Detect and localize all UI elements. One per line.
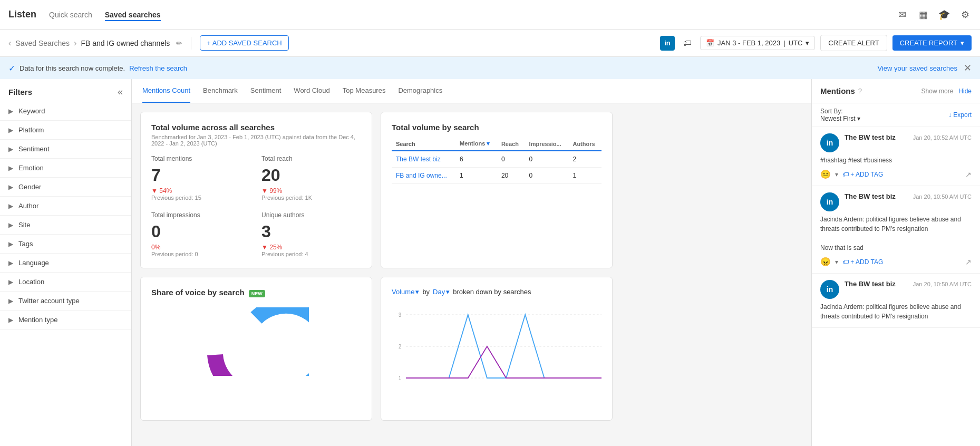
external-link-icon[interactable]: ↗ — [965, 170, 972, 179]
tab-top-measures[interactable]: Top Measures — [343, 79, 386, 103]
show-more-link[interactable]: Show more — [921, 88, 954, 95]
total-reach-prev: Previous period: 1K — [261, 195, 361, 201]
breadcrumb-separator: › — [74, 38, 76, 48]
table-row: FB and IG owne... 1 20 0 1 — [392, 168, 601, 184]
export-button[interactable]: ↓ Export — [948, 111, 972, 119]
mention-meta: The BW test biz Jan 20, 10:52 AM UTC — [845, 133, 972, 141]
volume-dropdown[interactable]: Volume ▾ — [392, 288, 419, 296]
gear-icon[interactable]: ⚙ — [959, 8, 972, 21]
col-authors: Authors — [568, 137, 601, 151]
mention-name: The BW test biz — [845, 192, 896, 200]
calendar-icon: 📅 — [706, 39, 714, 47]
volume-card-title: Total volume by search — [392, 123, 601, 132]
filter-keyword[interactable]: ▶ Keyword — [0, 102, 131, 121]
view-saved-searches-link[interactable]: View your saved searches — [877, 64, 957, 72]
mention-content: #hashtag #test #business — [820, 156, 972, 165]
refresh-link[interactable]: Refresh the search — [129, 64, 187, 72]
chevron-down-icon[interactable]: ▾ — [835, 258, 838, 266]
search-name[interactable]: FB and IG owne... — [392, 168, 455, 184]
filter-gender[interactable]: ▶ Gender — [0, 178, 131, 197]
edit-icon[interactable]: ✏ — [176, 39, 182, 47]
close-notification-button[interactable]: ✕ — [964, 62, 972, 74]
total-reach-change: ▼ 99% — [261, 187, 361, 195]
quick-search-tab[interactable]: Quick search — [49, 8, 92, 21]
mention-content: Jacinda Ardern: political figures believ… — [820, 215, 972, 253]
mentions-value: 6 — [455, 151, 497, 168]
day-dropdown[interactable]: Day ▾ — [433, 288, 450, 296]
breadcrumb-current: FB and IG owned channels — [81, 39, 170, 47]
saved-searches-tab[interactable]: Saved searches — [105, 8, 161, 21]
filter-gender-label: Gender — [18, 183, 41, 191]
mention-meta: The BW test biz Jan 20, 10:50 AM UTC — [845, 192, 972, 200]
stats-card-title: Total volume across all searches — [151, 123, 361, 132]
share-card-title: Share of voice by search — [151, 288, 245, 297]
total-impressions-value: 0 — [151, 222, 161, 241]
create-alert-button[interactable]: CREATE ALERT — [820, 35, 887, 51]
tab-benchmark[interactable]: Benchmark — [203, 79, 238, 103]
filter-tags[interactable]: ▶ Tags — [0, 235, 131, 254]
external-link-icon[interactable]: ↗ — [965, 258, 972, 266]
date-range-text: JAN 3 - FEB 1, 2023 — [717, 39, 780, 47]
impressions-value: 0 — [525, 168, 569, 184]
tab-sentiment[interactable]: Sentiment — [250, 79, 282, 103]
avatar: in — [820, 192, 839, 211]
sidebar-collapse-button[interactable]: « — [118, 86, 123, 98]
volume-table: Search Mentions ▾ Reach Impressio... Aut… — [392, 137, 601, 184]
create-report-button[interactable]: CREATE REPORT ▾ — [892, 35, 972, 51]
hide-button[interactable]: Hide — [958, 88, 972, 95]
filter-language-label: Language — [18, 259, 49, 267]
add-saved-search-button[interactable]: + ADD SAVED SEARCH — [200, 35, 288, 51]
tag-icon[interactable]: 🏷 — [680, 36, 695, 51]
date-range-picker[interactable]: 📅 JAN 3 - FEB 1, 2023 | UTC ▾ — [700, 36, 815, 50]
add-tag-button[interactable]: 🏷 + ADD TAG — [842, 171, 883, 178]
breadcrumb-parent[interactable]: Saved Searches — [15, 39, 70, 47]
linkedin-icon[interactable]: in — [660, 36, 675, 51]
chevron-down-icon[interactable]: ▾ — [835, 171, 838, 178]
check-icon: ✓ — [8, 63, 15, 73]
add-tag-button[interactable]: 🏷 + ADD TAG — [842, 258, 883, 266]
new-badge: NEW — [249, 290, 265, 297]
sort-select[interactable]: Newest First ▾ — [820, 115, 860, 122]
mentions-header: Mentions ? Show more Hide — [812, 79, 980, 103]
timezone-text: | — [783, 39, 785, 47]
mention-time: Jan 20, 10:50 AM UTC — [913, 281, 972, 287]
total-mentions-prev: Previous period: 15 — [151, 195, 251, 201]
mentions-list: in The BW test biz Jan 20, 10:52 AM UTC … — [812, 127, 980, 446]
mention-time: Jan 20, 10:52 AM UTC — [913, 134, 972, 141]
back-arrow[interactable]: ‹ — [8, 38, 11, 48]
total-mentions-change: ▼ 54% — [151, 187, 251, 195]
mail-icon[interactable]: ✉ — [896, 8, 908, 21]
search-name[interactable]: The BW test biz — [392, 151, 455, 168]
by-text: by — [422, 288, 430, 296]
filter-platform-label: Platform — [18, 126, 44, 134]
filter-location[interactable]: ▶ Location — [0, 273, 131, 292]
filter-twitter-account[interactable]: ▶ Twitter account type — [0, 292, 131, 311]
filter-site-label: Site — [18, 221, 30, 229]
graduation-icon[interactable]: 🎓 — [938, 8, 950, 21]
mentions-panel: Mentions ? Show more Hide Sort By: Newes… — [811, 79, 980, 446]
emoji-icon[interactable]: 😠 — [820, 257, 831, 267]
filter-language[interactable]: ▶ Language — [0, 254, 131, 273]
emoji-icon[interactable]: 😐 — [820, 169, 831, 179]
share-of-voice-card: Share of voice by search NEW — [140, 277, 372, 421]
filter-twitter-account-label: Twitter account type — [18, 297, 80, 305]
filter-expand-icon: ▶ — [8, 183, 13, 191]
tab-word-cloud[interactable]: Word Cloud — [294, 79, 329, 103]
list-item: in The BW test biz Jan 20, 10:52 AM UTC … — [812, 127, 980, 186]
filter-expand-icon: ▶ — [8, 240, 13, 248]
filter-platform[interactable]: ▶ Platform — [0, 121, 131, 140]
filter-mention-type[interactable]: ▶ Mention type — [0, 311, 131, 329]
nav-icons: ✉ ▦ 🎓 ⚙ — [896, 8, 972, 21]
filter-author[interactable]: ▶ Author — [0, 197, 131, 216]
tab-demographics[interactable]: Demographics — [398, 79, 442, 103]
filter-emotion-label: Emotion — [18, 164, 44, 172]
filter-expand-icon: ▶ — [8, 259, 13, 267]
total-reach-block: Total reach 20 ▼ 99% Previous period: 1K — [261, 155, 361, 201]
mentions-help-icon[interactable]: ? — [858, 87, 862, 95]
tab-mentions-count[interactable]: Mentions Count — [142, 79, 190, 103]
filter-sentiment[interactable]: ▶ Sentiment — [0, 140, 131, 159]
bar-chart-icon[interactable]: ▦ — [917, 8, 929, 21]
filter-site[interactable]: ▶ Site — [0, 216, 131, 235]
svg-text:2: 2 — [399, 344, 401, 350]
filter-emotion[interactable]: ▶ Emotion — [0, 159, 131, 178]
